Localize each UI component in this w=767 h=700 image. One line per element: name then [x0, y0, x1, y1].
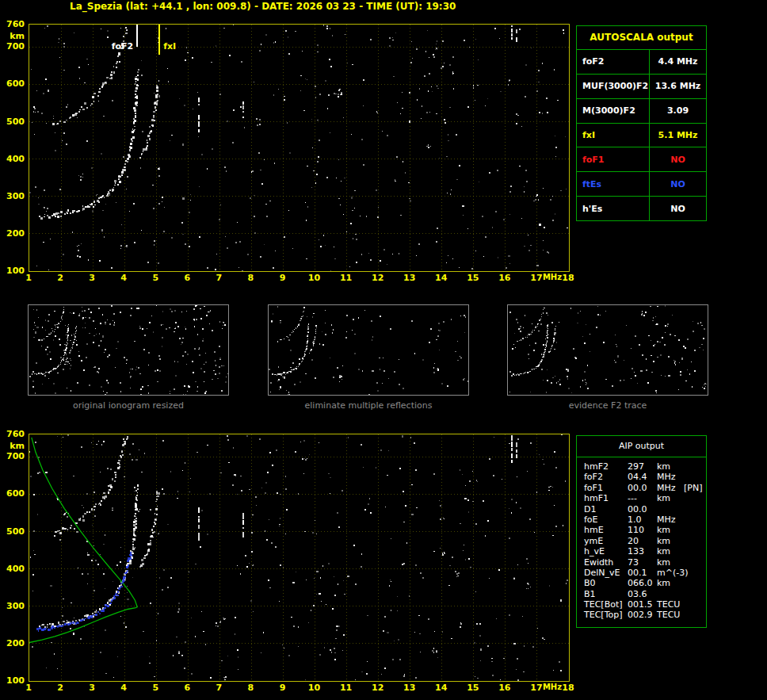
param-value: 5.1 MHz	[650, 124, 706, 147]
aip-output-rows: hmF2297kmfoF204.4MHzfoF100.0MHz[PN]hmF1-…	[577, 457, 706, 621]
aip-output-panel: AIP output hmF2297kmfoF204.4MHzfoF100.0M…	[576, 435, 707, 628]
thumbnail-eliminate-reflections	[268, 304, 469, 396]
aip-row-hmE: hmE110km	[584, 525, 706, 535]
aip-param-extra	[684, 472, 706, 482]
x-axis-tick-16: 16	[495, 683, 514, 693]
thumbnail-caption-evidence: evidence F2 trace	[507, 400, 708, 411]
bottom-ionogram-y-axis: 760700600500400300200100km	[0, 434, 26, 695]
thumbnail-evidence-f2	[507, 304, 708, 396]
thumbnail-evidence-canvas	[508, 305, 708, 395]
aip-param-unit: MHz	[657, 514, 684, 525]
aip-param-label: TEC[Top]	[584, 610, 628, 620]
aip-param-unit	[657, 504, 684, 514]
x-axis-unit-label: MHz	[540, 273, 564, 281]
thumbnail-original-ionogram	[28, 304, 229, 396]
bottom-ionogram-canvas	[29, 434, 569, 681]
table-row-fof2: foF2 4.4 MHz	[577, 50, 706, 75]
x-axis-tick-7: 7	[209, 273, 228, 283]
aip-param-extra	[684, 568, 706, 578]
aip-param-unit: km	[657, 546, 684, 557]
param-value: NO	[650, 147, 706, 171]
aip-row-B0: B0066.0km	[584, 578, 706, 588]
aip-row-foE: foE1.0MHz	[584, 514, 706, 525]
x-axis-tick-5: 5	[146, 683, 165, 693]
aip-row-h_vE: h_vE133km	[584, 546, 706, 557]
aip-param-value: ---	[628, 493, 657, 503]
aip-param-label: Ewidth	[584, 557, 628, 568]
y-axis-tick-700: 700	[6, 41, 25, 52]
x-axis-tick-6: 6	[177, 273, 197, 283]
aip-param-label: hmE	[584, 525, 628, 535]
aip-row-DelN_vE: DelN_vE00.1m^(-3)	[584, 568, 706, 578]
x-axis-tick-13: 13	[400, 273, 419, 283]
param-label: foF2	[577, 50, 650, 74]
aip-param-extra	[684, 557, 706, 568]
aip-param-label: hmF1	[584, 493, 628, 503]
param-value: 4.4 MHz	[650, 50, 706, 74]
x-axis-tick-7: 7	[209, 683, 228, 693]
y-axis-tick-400: 400	[6, 564, 25, 574]
y-axis-tick-500: 500	[6, 526, 25, 537]
y-axis-tick-200: 200	[6, 638, 25, 648]
aip-param-value: 20	[628, 536, 657, 546]
x-axis-tick-14: 14	[432, 683, 451, 693]
aip-param-unit: km	[657, 536, 684, 546]
x-axis-tick-4: 4	[114, 683, 133, 693]
aip-param-value: 002.9	[628, 610, 657, 620]
table-row-fxi: fxI 5.1 MHz	[577, 124, 706, 148]
y-axis-tick-600: 600	[6, 78, 25, 89]
thumbnail-caption-eliminate: eliminate multiple reflections	[268, 400, 469, 411]
aip-param-extra	[684, 493, 706, 503]
x-axis-tick-6: 6	[177, 683, 197, 693]
aip-param-extra	[684, 504, 706, 514]
y-axis-unit-label: km	[10, 31, 25, 41]
aip-output-title: AIP output	[577, 436, 706, 457]
aip-row-TEC[Bot]: TEC[Bot]001.5TECU	[584, 599, 706, 610]
x-axis-tick-8: 8	[241, 683, 260, 693]
x-axis-tick-15: 15	[464, 683, 483, 693]
aip-param-unit: TECU	[657, 610, 684, 620]
x-axis-tick-4: 4	[114, 273, 133, 283]
aip-row-hmF1: hmF1---km	[584, 493, 706, 503]
aip-param-label: DelN_vE	[584, 568, 628, 578]
param-label: h'Es	[577, 197, 650, 220]
x-axis-tick-1: 1	[19, 683, 38, 693]
table-row-fof1: foF1 NO	[577, 147, 706, 172]
param-value: 13.6 MHz	[650, 75, 706, 98]
aip-param-value: 133	[628, 546, 657, 557]
aip-param-unit: m^(-3)	[657, 568, 684, 578]
x-axis-tick-9: 9	[273, 683, 292, 693]
aip-param-unit: km	[657, 493, 684, 503]
aip-param-extra	[684, 536, 706, 546]
y-axis-unit-label: km	[10, 441, 25, 451]
x-axis-tick-9: 9	[273, 273, 292, 283]
table-row-ftes: ftEs NO	[577, 172, 706, 197]
autoscala-output-panel: AUTOSCALA output foF2 4.4 MHz MUF(3000)F…	[576, 25, 707, 221]
x-axis-tick-3: 3	[82, 683, 101, 693]
x-axis-tick-10: 10	[305, 683, 324, 693]
y-axis-tick-600: 600	[6, 488, 25, 499]
aip-param-extra	[684, 461, 706, 472]
x-axis-tick-14: 14	[432, 273, 451, 283]
aip-param-label: B1	[584, 589, 628, 599]
main-ionogram-plot: foF2fxI	[29, 24, 570, 272]
thumbnail-original-canvas	[29, 305, 228, 395]
y-axis-tick-500: 500	[6, 117, 25, 127]
x-axis-tick-13: 13	[400, 683, 419, 693]
aip-param-extra	[684, 578, 706, 588]
y-axis-tick-200: 200	[6, 228, 25, 239]
y-axis-tick-700: 700	[6, 451, 25, 461]
aip-param-value: 00.1	[628, 568, 657, 578]
aip-param-value: 03.6	[628, 589, 657, 599]
x-axis-tick-3: 3	[82, 273, 101, 283]
x-axis-tick-10: 10	[305, 273, 324, 283]
aip-param-value: 04.4	[628, 472, 657, 482]
y-axis-tick-300: 300	[6, 601, 25, 611]
aip-param-label: foF2	[584, 472, 628, 482]
aip-param-value: 110	[628, 525, 657, 535]
aip-param-extra	[684, 525, 706, 535]
bottom-ionogram-plot	[29, 434, 570, 682]
x-axis-tick-16: 16	[495, 273, 514, 283]
aip-param-label: D1	[584, 504, 628, 514]
aip-row-ymE: ymE20km	[584, 536, 706, 546]
